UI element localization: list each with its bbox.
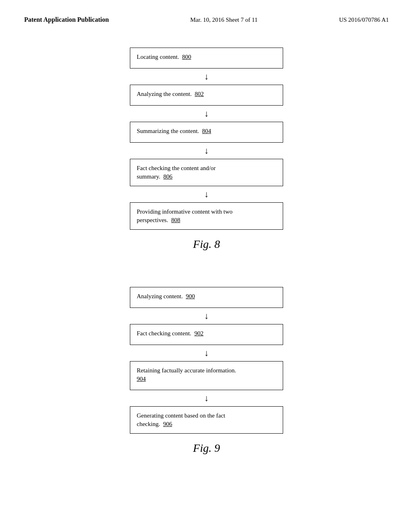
fig9-section: Analyzing content. 900 ↓ Fact checking c… [24, 287, 389, 475]
arrow-900-902: ↓ [204, 308, 209, 324]
arrow-806-808: ↓ [204, 186, 209, 202]
header-publication-type: Patent Application Publication [24, 16, 109, 23]
fig9-label: Fig. 9 [193, 442, 220, 455]
flow-box-902-text: Fact checking content. 902 [137, 329, 276, 338]
arrow-904-906: ↓ [204, 390, 209, 406]
flow-box-906: Generating content based on the factchec… [130, 406, 283, 434]
ref-906: 906 [163, 421, 172, 427]
flow-box-904: Retaining factually accurate information… [130, 361, 283, 390]
arrow-802-804: ↓ [204, 106, 209, 122]
flow-box-904-text: Retaining factually accurate information… [137, 366, 236, 385]
flow-box-804: Summarizing the content. 804 [130, 122, 283, 143]
flow-box-900-text: Analyzing content. 900 [137, 292, 276, 301]
ref-800: 800 [182, 54, 191, 60]
patent-page: Patent Application Publication Mar. 10, … [0, 0, 413, 532]
fig8-section: Locating content. 800 ↓ Analyzing the co… [24, 48, 389, 271]
fig9-flow: Analyzing content. 900 ↓ Fact checking c… [130, 287, 283, 434]
arrow-902-904: ↓ [204, 345, 209, 361]
ref-904: 904 [137, 376, 146, 382]
flow-box-804-text: Summarizing the content. 804 [137, 127, 276, 135]
header-patent-number: US 2016/070786 A1 [339, 17, 389, 23]
flow-box-806: Fact checking the content and/orsummary.… [130, 159, 283, 186]
arrow-800-802: ↓ [204, 69, 209, 85]
flow-box-802-text: Analyzing the content. 802 [137, 90, 276, 98]
fig8-label: Fig. 8 [193, 238, 220, 251]
ref-802: 802 [195, 91, 204, 97]
flow-box-800-text: Locating content. 800 [137, 53, 276, 61]
flow-box-800: Locating content. 800 [130, 48, 283, 69]
ref-900: 900 [186, 293, 195, 299]
flow-box-806-text: Fact checking the content and/orsummary.… [137, 164, 276, 181]
flow-box-802: Analyzing the content. 802 [130, 85, 283, 106]
header-date-sheet: Mar. 10, 2016 Sheet 7 of 11 [190, 17, 258, 23]
ref-902: 902 [194, 330, 204, 337]
flow-box-902: Fact checking content. 902 [130, 324, 283, 345]
ref-808: 808 [171, 217, 180, 223]
fig8-flow: Locating content. 800 ↓ Analyzing the co… [130, 48, 283, 230]
ref-804: 804 [202, 128, 211, 134]
arrow-804-806: ↓ [204, 143, 209, 159]
flow-box-808: Providing informative content with twope… [130, 202, 283, 230]
flow-box-906-text: Generating content based on the factchec… [137, 411, 276, 428]
flow-box-900: Analyzing content. 900 [130, 287, 283, 308]
page-header: Patent Application Publication Mar. 10, … [24, 16, 389, 27]
ref-806: 806 [163, 173, 173, 180]
flow-box-808-text: Providing informative content with twope… [137, 208, 276, 224]
